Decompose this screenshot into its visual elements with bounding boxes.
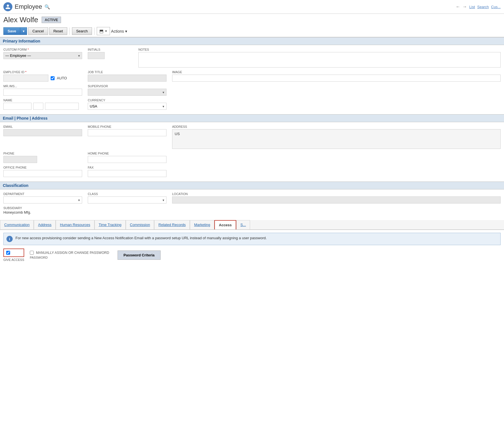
class-select-wrapper: ▼ — [88, 196, 166, 203]
save-button-group: Save ▼ — [3, 27, 27, 35]
tabs-bar: Communication Address Human Resources Ti… — [0, 220, 504, 230]
middle-initial-input[interactable] — [33, 103, 43, 110]
manually-assign-group: MANUALLY ASSIGN OR CHANGE PASSWORD PASSW… — [30, 251, 109, 259]
office-phone-input[interactable] — [3, 170, 82, 177]
contact-row-1: EMAIL — g MOBILE PHONE ADDRESS US — [3, 125, 501, 149]
forward-button[interactable]: → — [463, 4, 467, 9]
classification-row-1: DEPARTMENT ▼ CLASS ▼ LOCATION — [3, 192, 501, 203]
notes-group: NOTES — [138, 48, 501, 68]
notes-input[interactable] — [138, 52, 501, 68]
mr-ms-input[interactable] — [3, 89, 82, 96]
actions-button[interactable]: Actions ▾ — [111, 29, 127, 33]
give-access-label: GIVE ACCESS — [3, 258, 24, 261]
auto-label: AUTO — [57, 76, 67, 80]
cancel-button[interactable]: Cancel — [28, 27, 48, 35]
mobile-phone-label: MOBILE PHONE — [88, 125, 166, 128]
contact-row-2: PHONE HOME PHONE — [3, 152, 501, 163]
back-button[interactable]: ← — [456, 4, 460, 9]
reset-button[interactable]: Reset — [49, 27, 67, 35]
manually-assign-checkbox[interactable] — [30, 251, 34, 255]
header-nav: ← → List Search Cus... — [456, 4, 501, 9]
tab-commission[interactable]: Commission — [126, 220, 154, 229]
location-group: LOCATION — [172, 192, 501, 203]
save-button[interactable]: Save — [3, 27, 20, 35]
employee-id-input[interactable]: Alex Wolfe — [3, 75, 48, 82]
phone-group: PHONE — [3, 152, 82, 163]
classification-form: DEPARTMENT ▼ CLASS ▼ LOCATION SUBSIDIARY — [0, 189, 504, 220]
name-fields: Alex Wolfe — [3, 103, 82, 110]
class-label: CLASS — [88, 192, 166, 196]
access-section: i For new access provisioning consider s… — [0, 230, 504, 264]
image-group: IMAGE — [172, 70, 501, 82]
class-group: CLASS ▼ — [88, 192, 166, 203]
import-button[interactable]: ⬒ ▼ — [97, 27, 110, 35]
phone-input[interactable] — [3, 156, 37, 163]
department-select[interactable] — [3, 196, 82, 203]
custom-form-select[interactable]: — Employee — — [3, 52, 82, 59]
department-select-wrapper: ▼ — [3, 196, 82, 203]
save-dropdown-button[interactable]: ▼ — [20, 27, 27, 35]
manually-assign-label: MANUALLY ASSIGN OR CHANGE PASSWORD — [36, 251, 109, 255]
give-access-group: GIVE ACCESS — [3, 249, 24, 261]
give-access-checkbox[interactable] — [6, 251, 10, 255]
search-button[interactable]: Search — [72, 27, 92, 35]
password-criteria-button[interactable]: Password Criteria — [118, 250, 161, 260]
search-icon-button[interactable]: 🔍 — [44, 4, 50, 10]
job-title-input[interactable] — [88, 75, 166, 82]
record-name: Alex Wolfe — [3, 15, 38, 24]
tab-time-tracking[interactable]: Time Tracking — [94, 220, 126, 229]
fax-group: FAX — [88, 166, 166, 177]
give-access-checkbox-wrapper — [3, 249, 24, 257]
primary-row-2: EMPLOYEE ID * Alex Wolfe AUTO JOB TITLE … — [3, 70, 501, 82]
search-link[interactable]: Search — [477, 5, 489, 9]
primary-row-1: CUSTOM FORM * — Employee — ▼ INITIALS NO… — [3, 48, 501, 68]
last-name-input[interactable]: Wolfe — [45, 103, 79, 110]
tab-s[interactable]: S... — [236, 220, 250, 229]
fax-input[interactable] — [88, 170, 166, 177]
custom-link[interactable]: Cus... — [491, 5, 501, 9]
location-input[interactable] — [172, 196, 501, 203]
currency-select-wrapper: USA ▼ — [88, 103, 166, 110]
employee-id-label: EMPLOYEE ID * — [3, 70, 82, 74]
page-title: Employee — [15, 3, 42, 10]
email-label: EMAIL — [3, 125, 82, 128]
first-name-input[interactable]: Alex — [3, 103, 32, 110]
tab-communication[interactable]: Communication — [0, 220, 34, 229]
primary-row-3: MR./MS... SUPERVISOR ▼ — [3, 84, 501, 96]
tab-human-resources[interactable]: Human Resources — [56, 220, 94, 229]
office-phone-group: OFFICE PHONE — [3, 166, 82, 177]
mobile-phone-input[interactable] — [88, 129, 166, 136]
department-label: DEPARTMENT — [3, 192, 82, 196]
auto-checkbox[interactable] — [51, 76, 55, 80]
tab-access[interactable]: Access — [214, 220, 236, 230]
email-input[interactable]: — g — [3, 129, 82, 136]
class-select[interactable] — [88, 196, 166, 203]
tab-marketing[interactable]: Marketing — [190, 220, 214, 229]
supervisor-label: SUPERVISOR — [88, 84, 166, 88]
currency-select[interactable]: USA — [88, 103, 166, 110]
initials-input[interactable] — [88, 52, 105, 59]
mobile-phone-group: MOBILE PHONE — [88, 125, 166, 136]
office-phone-label: OFFICE PHONE — [3, 166, 82, 169]
phone-label: PHONE — [3, 152, 82, 155]
tab-related-records[interactable]: Related Records — [154, 220, 190, 229]
manually-assign-row: MANUALLY ASSIGN OR CHANGE PASSWORD — [30, 251, 109, 255]
subsidiary-group: SUBSIDIARY Honeycomb Mfg. — [3, 206, 501, 214]
job-title-label: JOB TITLE — [88, 70, 166, 74]
toolbar-separator — [69, 28, 70, 35]
tab-address[interactable]: Address — [34, 220, 56, 229]
subsidiary-label: SUBSIDIARY — [3, 206, 501, 210]
access-info-message: For new access provisioning consider sen… — [15, 236, 267, 240]
home-phone-group: HOME PHONE — [88, 152, 166, 163]
address-label: ADDRESS — [172, 125, 501, 128]
list-link[interactable]: List — [469, 5, 475, 9]
fax-label: FAX — [88, 166, 166, 169]
supervisor-select[interactable] — [88, 89, 166, 96]
primary-info-section-header: Primary Information — [0, 37, 504, 45]
home-phone-input[interactable] — [88, 156, 166, 163]
email-group: EMAIL — g — [3, 125, 82, 136]
toolbar-separator-2 — [94, 28, 94, 35]
image-input[interactable] — [172, 75, 501, 82]
access-info-box: i For new access provisioning consider s… — [3, 233, 501, 245]
location-label: LOCATION — [172, 192, 501, 196]
